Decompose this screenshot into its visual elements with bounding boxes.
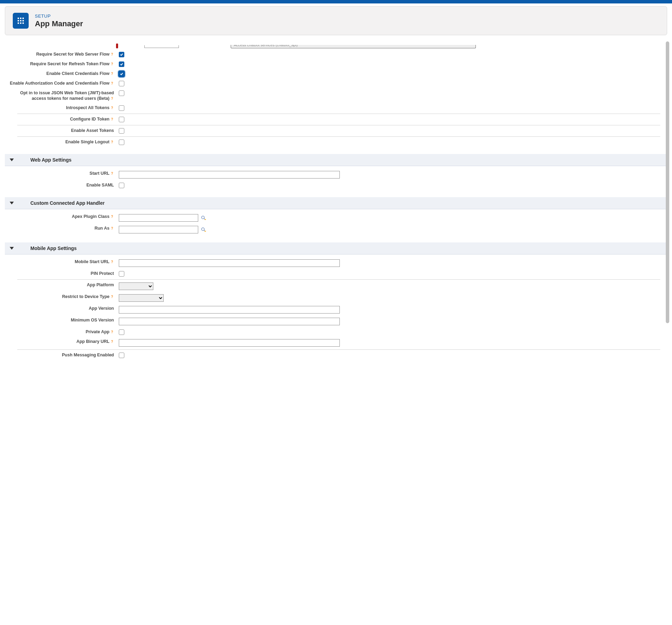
section-title: Web App Settings	[30, 157, 71, 163]
section-web-app-settings[interactable]: Web App Settings	[5, 154, 667, 166]
require-secret-web-checkbox[interactable]	[119, 52, 124, 57]
svg-rect-14	[204, 231, 206, 232]
help-icon[interactable]: ?	[110, 295, 114, 299]
breadcrumb: SETUP	[35, 13, 83, 19]
svg-rect-3	[18, 20, 19, 21]
pin-protect-label: PIN Protect	[91, 271, 114, 276]
configure-id-token-checkbox[interactable]	[119, 117, 124, 122]
mobile-start-url-input[interactable]	[119, 259, 340, 267]
enable-single-logout-label: Enable Single Logout	[65, 140, 109, 144]
help-icon[interactable]: ?	[110, 260, 114, 264]
collapse-triangle-icon	[10, 158, 14, 161]
enable-saml-checkbox[interactable]	[119, 183, 124, 188]
help-icon[interactable]: ?	[110, 117, 114, 121]
separator	[17, 349, 660, 350]
lookup-icon[interactable]	[200, 215, 207, 221]
min-os-label: Minimum OS Version	[71, 318, 114, 323]
svg-rect-11	[204, 219, 206, 220]
svg-rect-0	[18, 18, 19, 19]
push-messaging-label: Push Messaging Enabled	[62, 353, 114, 357]
push-messaging-checkbox[interactable]	[119, 353, 124, 358]
help-icon[interactable]: ?	[110, 215, 114, 219]
app-platform-select[interactable]	[119, 282, 153, 290]
jwt-opt-in-label: Opt in to issue JSON Web Token (JWT)-bas…	[20, 90, 114, 101]
svg-rect-1	[20, 18, 21, 19]
enable-client-creds-checkbox[interactable]	[119, 71, 124, 77]
introspect-all-checkbox[interactable]	[119, 105, 124, 111]
apex-plugin-class-input[interactable]	[119, 214, 198, 222]
help-icon[interactable]: ?	[110, 72, 114, 76]
help-icon[interactable]: ?	[110, 330, 114, 334]
pin-protect-checkbox[interactable]	[119, 271, 124, 277]
separator	[17, 279, 660, 280]
app-version-label: App Version	[89, 306, 114, 311]
enable-saml-label: Enable SAML	[86, 183, 114, 188]
section-custom-handler[interactable]: Custom Connected App Handler	[5, 197, 667, 209]
jwt-opt-in-checkbox[interactable]	[119, 90, 124, 96]
help-icon[interactable]: ?	[110, 227, 114, 230]
scrollbar[interactable]	[666, 40, 669, 360]
require-secret-refresh-checkbox[interactable]	[119, 61, 124, 67]
help-icon[interactable]: ?	[110, 62, 114, 66]
apex-plugin-class-label: Apex Plugin Class	[72, 214, 109, 219]
run-as-input[interactable]	[119, 226, 198, 233]
enable-asset-tokens-label: Enable Asset Tokens	[71, 128, 114, 133]
require-secret-web-label: Require Secret for Web Server Flow	[36, 52, 109, 57]
svg-rect-7	[20, 22, 21, 24]
page-title: App Manager	[35, 19, 83, 28]
svg-rect-5	[22, 20, 24, 21]
help-icon[interactable]: ?	[110, 140, 114, 144]
start-url-label: Start URL	[89, 171, 109, 176]
introspect-all-label: Introspect All Tokens	[66, 105, 109, 110]
require-secret-refresh-label: Require Secret for Refresh Token Flow	[30, 61, 109, 66]
app-manager-icon	[13, 13, 29, 29]
form-content: Access chatbot services (chatbot_api) Re…	[5, 40, 667, 360]
start-url-input[interactable]	[119, 171, 340, 179]
app-version-input[interactable]	[119, 306, 340, 314]
help-icon[interactable]: ?	[110, 97, 114, 100]
partial-small-input[interactable]	[144, 45, 179, 48]
app-binary-url-label: App Binary URL	[76, 339, 109, 344]
svg-rect-2	[22, 18, 24, 19]
top-bar	[0, 0, 672, 3]
configure-id-token-label: Configure ID Token	[70, 117, 109, 122]
required-indicator	[116, 44, 118, 48]
enable-auth-code-creds-label: Enable Authorization Code and Credential…	[10, 81, 109, 86]
svg-rect-4	[20, 20, 21, 21]
section-mobile-app-settings[interactable]: Mobile App Settings	[5, 242, 667, 254]
enable-auth-code-creds-checkbox[interactable]	[119, 81, 124, 86]
enable-client-creds-label: Enable Client Credentials Flow	[46, 71, 109, 76]
enable-single-logout-checkbox[interactable]	[119, 140, 124, 145]
mobile-start-url-label: Mobile Start URL	[75, 259, 109, 264]
separator	[17, 125, 660, 125]
app-binary-url-input[interactable]	[119, 339, 340, 347]
collapse-triangle-icon	[10, 247, 14, 250]
svg-rect-6	[18, 22, 19, 24]
page-header: SETUP App Manager	[5, 6, 667, 35]
help-icon[interactable]: ?	[110, 106, 114, 110]
svg-rect-8	[22, 22, 24, 24]
min-os-input[interactable]	[119, 318, 340, 325]
section-title: Mobile App Settings	[30, 246, 77, 251]
separator	[17, 136, 660, 137]
private-app-checkbox[interactable]	[119, 329, 124, 335]
help-icon[interactable]: ?	[110, 52, 114, 56]
lookup-icon[interactable]	[200, 227, 207, 233]
help-icon[interactable]: ?	[110, 340, 114, 344]
separator	[17, 114, 660, 114]
enable-asset-tokens-checkbox[interactable]	[119, 128, 124, 134]
help-icon[interactable]: ?	[110, 172, 114, 175]
collapse-triangle-icon	[10, 202, 14, 204]
private-app-label: Private App	[86, 329, 109, 334]
restrict-device-label: Restrict to Device Type	[62, 294, 109, 299]
restrict-device-select[interactable]	[119, 294, 164, 302]
help-icon[interactable]: ?	[110, 81, 114, 85]
scrollbar-thumb[interactable]	[666, 41, 669, 323]
section-title: Custom Connected App Handler	[30, 200, 105, 206]
app-platform-label: App Platform	[87, 282, 114, 287]
partial-scopes-listbox[interactable]: Access chatbot services (chatbot_api)	[231, 45, 476, 48]
run-as-label: Run As	[95, 226, 109, 231]
partial-top-row: Access chatbot services (chatbot_api)	[5, 44, 667, 50]
